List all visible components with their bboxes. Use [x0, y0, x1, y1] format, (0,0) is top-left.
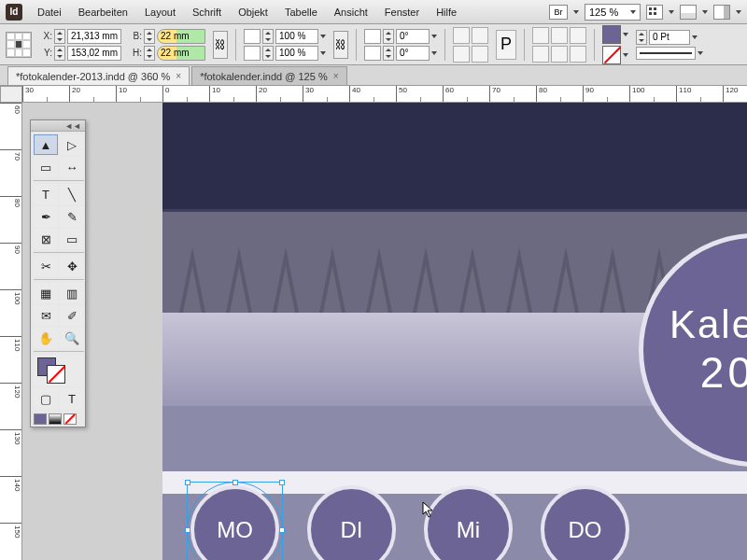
- x-stepper[interactable]: [54, 29, 65, 44]
- h-stepper[interactable]: [144, 46, 155, 61]
- arrange-docs-button[interactable]: [646, 5, 663, 20]
- shear-stepper[interactable]: [383, 46, 394, 61]
- rotate-ccw-button[interactable]: [453, 27, 470, 44]
- free-transform-tool[interactable]: ✥: [60, 256, 84, 276]
- type-tool[interactable]: T: [34, 184, 58, 204]
- select-next-button[interactable]: [570, 46, 586, 63]
- chevron-down-icon[interactable]: [320, 51, 326, 55]
- chevron-down-icon[interactable]: [669, 10, 674, 14]
- rotate-field[interactable]: 0°: [396, 29, 430, 44]
- y-field[interactable]: 153,02 mm: [67, 46, 121, 61]
- menu-layout[interactable]: Layout: [137, 3, 183, 21]
- bridge-button[interactable]: Br: [549, 5, 568, 20]
- w-stepper[interactable]: [144, 29, 155, 44]
- scale-y-stepper[interactable]: [262, 46, 274, 61]
- day-circle-mi[interactable]: Mi: [424, 485, 513, 560]
- gap-tool[interactable]: ↔: [60, 157, 84, 177]
- chevron-down-icon[interactable]: [573, 10, 579, 14]
- scissors-tool[interactable]: ✂: [34, 256, 58, 276]
- pen-tool[interactable]: ✒: [34, 206, 58, 227]
- scale-x-field[interactable]: 100 %: [275, 29, 318, 44]
- note-tool[interactable]: ✉: [34, 305, 58, 326]
- scale-y-field[interactable]: 100 %: [275, 46, 318, 61]
- shear-field[interactable]: 0°: [396, 46, 430, 61]
- ruler-horizontal[interactable]: 30 20 10 0 10 20 30 40 50 60 70 80 90 10…: [22, 86, 747, 103]
- y-stepper[interactable]: [54, 46, 65, 61]
- menu-help[interactable]: Hilfe: [429, 3, 464, 21]
- eyedropper-tool[interactable]: ✐: [60, 305, 84, 326]
- tools-panel[interactable]: ◄◄ ▲ ▷ ▭ ↔ T ╲ ✒ ✎ ⊠ ▭ ✂ ✥ ▦ ▥ ✉ ✐ ✋ 🔍 ▢…: [30, 119, 86, 427]
- select-container-button[interactable]: [532, 46, 549, 63]
- menu-object[interactable]: Objekt: [231, 3, 275, 21]
- reference-point[interactable]: [6, 32, 32, 58]
- menu-file[interactable]: Datei: [30, 3, 69, 21]
- x-label: X:: [39, 31, 52, 41]
- gradient-feather-tool[interactable]: ▥: [60, 283, 84, 303]
- rectangle-frame-tool[interactable]: ⊠: [34, 229, 58, 249]
- day-circle-di[interactable]: DI: [307, 485, 396, 560]
- constrain-link-icon[interactable]: ⛓: [213, 31, 228, 59]
- fill-swatch[interactable]: [602, 25, 621, 44]
- x-field[interactable]: 21,313 mm: [67, 29, 121, 44]
- align-button[interactable]: [532, 27, 549, 44]
- document-canvas[interactable]: Kalender 2013 MO DI Mi DO: [22, 103, 747, 560]
- w-field[interactable]: 22 mm: [157, 29, 205, 44]
- paragraph-controls[interactable]: P: [496, 30, 516, 60]
- apply-color[interactable]: [34, 413, 47, 425]
- stroke-style-select[interactable]: [636, 47, 696, 60]
- workspace-button[interactable]: [713, 5, 730, 20]
- flip-h-button[interactable]: [472, 27, 488, 44]
- direct-selection-tool[interactable]: ▷: [60, 134, 84, 155]
- zoom-level-select[interactable]: 125 %: [585, 4, 641, 21]
- ruler-vertical[interactable]: 60 70 80 90 100 110 120 130 140 150: [0, 103, 22, 560]
- fill-stroke-proxy[interactable]: [34, 355, 84, 386]
- tab-doc-2[interactable]: *fotokalender.indd @ 125 %×: [191, 66, 346, 85]
- chevron-down-icon[interactable]: [702, 10, 708, 14]
- day-circle-do[interactable]: DO: [541, 485, 629, 560]
- selection-tool[interactable]: ▲: [34, 134, 58, 155]
- tools-collapse[interactable]: ◄◄: [31, 120, 85, 132]
- close-icon[interactable]: ×: [333, 71, 339, 81]
- distribute-button[interactable]: [551, 27, 568, 44]
- flip-v-button[interactable]: [472, 46, 488, 63]
- chevron-down-icon[interactable]: [698, 51, 703, 55]
- chevron-down-icon[interactable]: [431, 51, 437, 55]
- text-formatting[interactable]: T: [60, 388, 84, 409]
- ruler-origin[interactable]: [0, 86, 22, 103]
- menu-view[interactable]: Ansicht: [327, 3, 375, 21]
- chevron-down-icon[interactable]: [320, 35, 326, 38]
- apply-none[interactable]: [63, 413, 77, 425]
- menu-table[interactable]: Tabelle: [277, 3, 325, 21]
- menu-edit[interactable]: Bearbeiten: [71, 3, 135, 21]
- chevron-down-icon[interactable]: [736, 10, 741, 14]
- h-field[interactable]: 22 mm: [157, 46, 205, 61]
- stroke-swatch[interactable]: [602, 46, 621, 64]
- gradient-swatch-tool[interactable]: ▦: [34, 283, 58, 303]
- stroke-weight-stepper[interactable]: [636, 30, 647, 45]
- tab-doc-1[interactable]: *fotokalender-2013.indd @ 360 %×: [7, 66, 190, 85]
- page[interactable]: Kalender 2013 MO DI Mi DO: [162, 103, 747, 560]
- align-button-2[interactable]: [570, 27, 586, 44]
- chevron-down-icon[interactable]: [692, 35, 698, 39]
- line-tool[interactable]: ╲: [60, 184, 84, 204]
- zoom-tool[interactable]: 🔍: [60, 328, 84, 348]
- page-tool[interactable]: ▭: [34, 157, 58, 177]
- rectangle-tool[interactable]: ▭: [60, 229, 84, 249]
- chevron-down-icon[interactable]: [623, 33, 628, 36]
- container-formatting[interactable]: ▢: [34, 388, 58, 409]
- apply-gradient[interactable]: [49, 413, 62, 425]
- chevron-down-icon[interactable]: [431, 35, 437, 38]
- chevron-down-icon[interactable]: [623, 53, 628, 57]
- menu-window[interactable]: Fenster: [377, 3, 427, 21]
- constrain-scale-icon[interactable]: ⛓: [333, 31, 348, 59]
- screen-mode-button[interactable]: [680, 5, 697, 20]
- hand-tool[interactable]: ✋: [34, 328, 58, 348]
- menu-type[interactable]: Schrift: [185, 3, 229, 21]
- stroke-weight-field[interactable]: 0 Pt: [649, 30, 690, 45]
- rotate-cw-button[interactable]: [453, 46, 470, 63]
- scale-x-stepper[interactable]: [262, 29, 274, 44]
- rotate-stepper[interactable]: [383, 29, 394, 44]
- close-icon[interactable]: ×: [176, 71, 181, 81]
- pencil-tool[interactable]: ✎: [60, 206, 84, 227]
- select-content-button[interactable]: [551, 46, 568, 63]
